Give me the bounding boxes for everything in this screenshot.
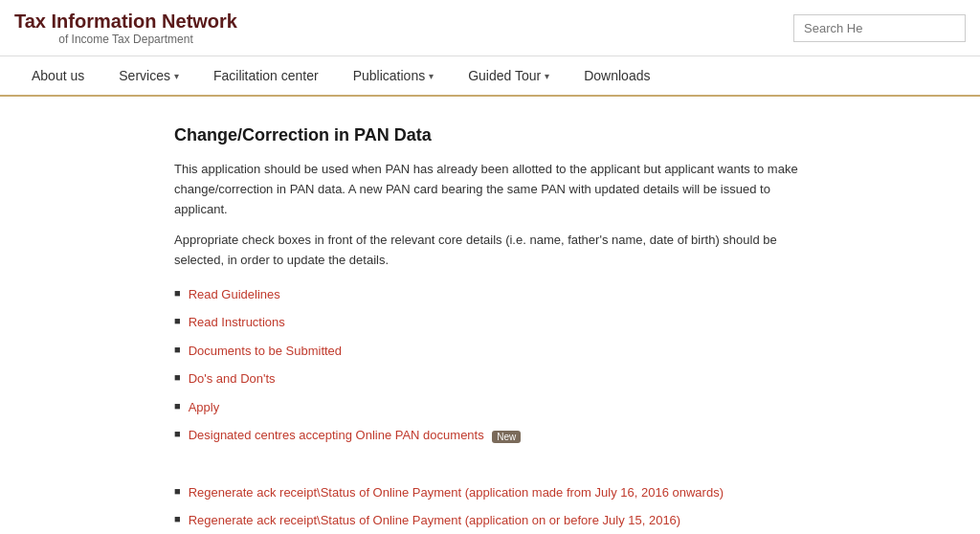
bullet-icon: ■ bbox=[174, 344, 181, 355]
dos-donts-link[interactable]: Do's and Don'ts bbox=[189, 369, 276, 389]
list-item: ■ Do's and Don'ts bbox=[174, 369, 806, 389]
chevron-down-icon-tour: ▾ bbox=[545, 71, 549, 81]
nav-item-about[interactable]: About us bbox=[14, 56, 101, 95]
apply-link[interactable]: Apply bbox=[189, 398, 220, 417]
list-item: ■ Regenerate ack receipt\Status of Onlin… bbox=[174, 483, 806, 502]
bullet-icon: ■ bbox=[174, 428, 181, 439]
nav-label-guided-tour: Guided Tour bbox=[468, 68, 541, 83]
description-1: This application should be used when PAN… bbox=[174, 160, 806, 219]
divider bbox=[174, 459, 806, 469]
page-title: Change/Correction in PAN Data bbox=[174, 125, 806, 145]
logo-section: Tax Information Network of Income Tax De… bbox=[14, 10, 237, 46]
nav-item-services[interactable]: Services ▾ bbox=[101, 56, 196, 95]
nav-label-facilitation: Facilitation center bbox=[213, 68, 319, 83]
list-item: ■ Read Guidelines bbox=[174, 285, 806, 304]
list-item: ■ Designated centres accepting Online PA… bbox=[174, 426, 806, 445]
bullet-icon: ■ bbox=[174, 287, 181, 299]
logo-subtitle: of Income Tax Department bbox=[14, 33, 237, 46]
main-content: Change/Correction in PAN Data This appli… bbox=[155, 125, 825, 530]
chevron-down-icon-pub: ▾ bbox=[429, 71, 434, 81]
documents-submitted-link[interactable]: Documents to be Submitted bbox=[189, 342, 342, 361]
bullet-icon: ■ bbox=[174, 485, 181, 497]
regenerate-ack-july16-link[interactable]: Regenerate ack receipt\Status of Online … bbox=[189, 483, 724, 502]
new-badge: New bbox=[492, 431, 521, 443]
nav-item-guided-tour[interactable]: Guided Tour ▾ bbox=[451, 56, 567, 95]
nav-label-services: Services bbox=[119, 68, 170, 83]
description-2: Appropriate check boxes in front of the … bbox=[174, 231, 806, 271]
nav-label-downloads: Downloads bbox=[584, 68, 650, 83]
list-item: ■ Apply bbox=[174, 398, 806, 417]
secondary-links-list: ■ Regenerate ack receipt\Status of Onlin… bbox=[174, 483, 806, 530]
bullet-icon: ■ bbox=[174, 400, 181, 412]
bullet-icon: ■ bbox=[174, 513, 181, 524]
search-input[interactable] bbox=[793, 14, 966, 42]
nav-label-about: About us bbox=[32, 68, 84, 83]
list-item: ■ Read Instructions bbox=[174, 313, 806, 332]
regenerate-ack-july15-link[interactable]: Regenerate ack receipt\Status of Online … bbox=[189, 511, 681, 530]
bullet-icon: ■ bbox=[174, 371, 181, 383]
bullet-icon: ■ bbox=[174, 315, 181, 326]
nav-bar: About us Services ▾ Facilitation center … bbox=[0, 56, 980, 97]
nav-label-publications: Publications bbox=[353, 68, 426, 83]
list-item: ■ Documents to be Submitted bbox=[174, 342, 806, 361]
chevron-down-icon: ▾ bbox=[174, 71, 179, 81]
nav-item-facilitation[interactable]: Facilitation center bbox=[196, 56, 336, 95]
read-instructions-link[interactable]: Read Instructions bbox=[189, 313, 285, 332]
designated-centres-link[interactable]: Designated centres accepting Online PAN … bbox=[189, 428, 484, 442]
read-guidelines-link[interactable]: Read Guidelines bbox=[189, 285, 280, 304]
logo-title: Tax Information Network bbox=[14, 10, 237, 33]
nav-item-publications[interactable]: Publications ▾ bbox=[336, 56, 452, 95]
nav-item-downloads[interactable]: Downloads bbox=[567, 56, 667, 95]
primary-links-list: ■ Read Guidelines ■ Read Instructions ■ … bbox=[174, 285, 806, 445]
list-item: ■ Regenerate ack receipt\Status of Onlin… bbox=[174, 511, 806, 530]
header: Tax Information Network of Income Tax De… bbox=[0, 0, 980, 56]
